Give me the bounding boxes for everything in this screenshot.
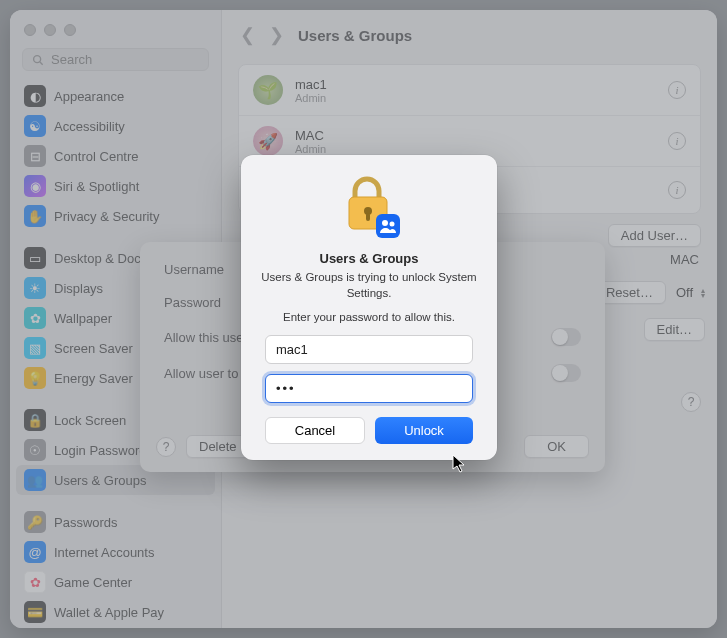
forward-button[interactable]: ❯	[269, 24, 284, 46]
dock-icon: ▭	[24, 247, 46, 269]
lock-icon	[339, 173, 399, 237]
sidebar-item-wallet-apple-pay[interactable]: 💳Wallet & Apple Pay	[10, 597, 221, 627]
cancel-button[interactable]: Cancel	[265, 417, 365, 444]
siri-icon: ◉	[24, 175, 46, 197]
password-input[interactable]	[265, 374, 473, 403]
label: Username	[164, 262, 244, 277]
user-meta: mac1 Admin	[295, 77, 327, 104]
unlock-button[interactable]: Unlock	[375, 417, 473, 444]
user-meta: MAC Admin	[295, 128, 326, 155]
sidebar-item-label: Wallet & Apple Pay	[54, 605, 164, 620]
sidebar-item-appearance[interactable]: ◐Appearance	[10, 81, 221, 111]
svg-rect-4	[366, 213, 370, 221]
search-input[interactable]	[45, 52, 200, 67]
svg-point-6	[382, 220, 388, 226]
svg-point-0	[34, 55, 41, 62]
users-badge-icon	[375, 213, 401, 239]
sidebar-item-label: Users & Groups	[54, 473, 146, 488]
info-icon[interactable]: i	[668, 181, 686, 199]
sidebar-item-game-center[interactable]: ✿Game Center	[10, 567, 221, 597]
toggle-switch[interactable]	[551, 364, 581, 382]
user-role: Admin	[295, 143, 326, 155]
label: Password	[164, 295, 244, 310]
info-icon[interactable]: i	[668, 81, 686, 99]
accessibility-icon: ☯	[24, 115, 46, 137]
user-name: MAC	[295, 128, 326, 143]
sidebar-item-label: Control Centre	[54, 149, 139, 164]
at-icon: @	[24, 541, 46, 563]
svg-rect-5	[376, 214, 400, 238]
svg-line-1	[40, 61, 43, 64]
user-row[interactable]: 🌱 mac1 Admin i	[239, 65, 700, 116]
sidebar-item-label: Login Password	[54, 443, 147, 458]
search-field[interactable]	[22, 48, 209, 71]
sidebar-item-label: Energy Saver	[54, 371, 133, 386]
edit-button[interactable]: Edit…	[644, 318, 705, 341]
hand-icon: ✋	[24, 205, 46, 227]
help-button[interactable]: ?	[681, 392, 701, 412]
screen-saver-icon: ▧	[24, 337, 46, 359]
lock-screen-icon: 🔒	[24, 409, 46, 431]
sidebar-item-label: Accessibility	[54, 119, 125, 134]
sidebar-item-siri-spotlight[interactable]: ◉Siri & Spotlight	[10, 171, 221, 201]
username-value-peek: MAC	[670, 252, 699, 267]
label: Allow user to	[164, 366, 238, 381]
appearance-icon: ◐	[24, 85, 46, 107]
key-icon: 🔑	[24, 511, 46, 533]
sidebar-item-accessibility[interactable]: ☯Accessibility	[10, 111, 221, 141]
zoom-icon[interactable]	[64, 24, 76, 36]
info-icon[interactable]: i	[668, 132, 686, 150]
sidebar-item-internet-accounts[interactable]: @Internet Accounts	[10, 537, 221, 567]
label: Allow this user	[164, 330, 248, 345]
user-role: Admin	[295, 92, 327, 104]
sidebar-item-label: Game Center	[54, 575, 132, 590]
sidebar-item-label: Appearance	[54, 89, 124, 104]
fingerprint-icon: ☉	[24, 439, 46, 461]
wallpaper-icon: ✿	[24, 307, 46, 329]
sidebar-item-label: Privacy & Security	[54, 209, 159, 224]
sidebar-item-label: Lock Screen	[54, 413, 126, 428]
control-centre-icon: ⊟	[24, 145, 46, 167]
dialog-title: Users & Groups	[320, 251, 419, 266]
username-input[interactable]	[265, 335, 473, 364]
search-icon	[31, 53, 45, 67]
add-user-button[interactable]: Add User…	[608, 224, 701, 247]
auth-dialog: Users & Groups Users & Groups is trying …	[241, 155, 497, 460]
avatar: 🌱	[253, 75, 283, 105]
game-center-icon: ✿	[24, 571, 46, 593]
wallet-icon: 💳	[24, 601, 46, 623]
svg-point-7	[390, 222, 395, 227]
sidebar-item-label: Wallpaper	[54, 311, 112, 326]
close-icon[interactable]	[24, 24, 36, 36]
minimize-icon[interactable]	[44, 24, 56, 36]
avatar: 🚀	[253, 126, 283, 156]
page-title: Users & Groups	[298, 27, 412, 44]
sidebar-item-privacy-security[interactable]: ✋Privacy & Security	[10, 201, 221, 231]
toggle-switch[interactable]	[551, 328, 581, 346]
user-name: mac1	[295, 77, 327, 92]
off-autologin[interactable]: Off▴▾	[676, 285, 705, 300]
sidebar-item-label: Desktop & Dock	[54, 251, 147, 266]
ok-button[interactable]: OK	[524, 435, 589, 458]
energy-icon: 💡	[24, 367, 46, 389]
displays-icon: ☀	[24, 277, 46, 299]
help-button[interactable]: ?	[156, 437, 176, 457]
dialog-subtext: Enter your password to allow this.	[283, 311, 455, 323]
background-edge-controls: MAC Reset… Off▴▾ Edit…	[593, 252, 705, 341]
sidebar-item-label: Passwords	[54, 515, 118, 530]
sidebar-item-label: Screen Saver	[54, 341, 133, 356]
back-button[interactable]: ❮	[240, 24, 255, 46]
sidebar-item-label: Siri & Spotlight	[54, 179, 139, 194]
sidebar-item-label: Displays	[54, 281, 103, 296]
sidebar-item-label: Internet Accounts	[54, 545, 154, 560]
users-icon: 👥	[24, 469, 46, 491]
sidebar-item-control-centre[interactable]: ⊟Control Centre	[10, 141, 221, 171]
sidebar-item-passwords[interactable]: 🔑Passwords	[10, 507, 221, 537]
window-traffic-lights[interactable]	[10, 14, 221, 44]
titlebar: ❮ ❯ Users & Groups	[222, 10, 717, 58]
dialog-message: Users & Groups is trying to unlock Syste…	[257, 270, 481, 301]
